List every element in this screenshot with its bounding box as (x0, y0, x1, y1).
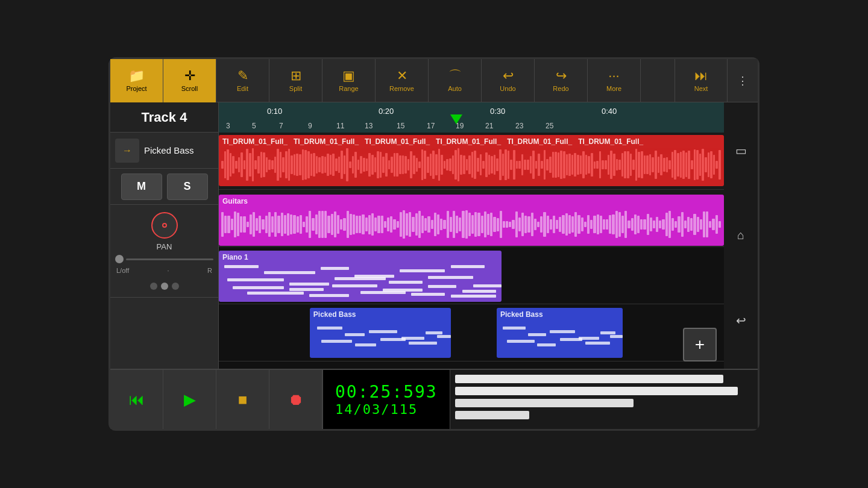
pan-knob[interactable] (151, 212, 178, 239)
more-icon: ··· (608, 69, 619, 83)
toolbar-label-remove: Remove (389, 85, 414, 92)
undo-icon: ↩ (503, 69, 514, 83)
guitar-bars (219, 208, 724, 241)
beat-13: 13 (365, 122, 373, 130)
pan-label: PAN (157, 242, 172, 251)
toolbar-label-undo: Undo (500, 85, 515, 92)
three-dot-menu[interactable]: ⋮ (728, 59, 758, 102)
guitars-waveform (219, 208, 724, 241)
beat-11: 11 (336, 122, 344, 130)
time-display: 00:25:593 14/03/115 (323, 370, 450, 429)
minimap-row-3 (455, 399, 634, 407)
pan-center-dot: · (168, 267, 169, 274)
timeline-beats: 3 5 7 9 11 13 15 17 19 21 23 25 (219, 119, 724, 133)
tracks-content: TI_DRUM_01_Full_ TI_DRUM_01_Full_ TI_DRU… (219, 133, 724, 369)
main-area: Track 4 → Picked Bass M S PAN (110, 102, 758, 369)
time-010: 0:10 (267, 107, 282, 116)
drums-waveform (219, 148, 724, 181)
clip-guitars[interactable]: Guitars (219, 195, 724, 246)
toolbar-label-next: Next (694, 85, 708, 92)
beat-25: 25 (546, 122, 553, 130)
beat-9: 9 (308, 122, 312, 130)
toolbar-btn-range[interactable]: ▣ Range (322, 59, 376, 102)
track-row-drums: TI_DRUM_01_Full_ TI_DRUM_01_Full_ TI_DRU… (219, 133, 724, 190)
minimap[interactable] (450, 370, 758, 429)
toolbar-label-auto: Auto (448, 85, 462, 92)
toolbar-btn-scroll[interactable]: ✛ Scroll (163, 59, 216, 102)
record-button[interactable]: ⏺ (269, 370, 322, 429)
clip-bass-2[interactable]: Picked Bass (497, 308, 623, 358)
track-title: Track 4 (110, 102, 218, 133)
folder-icon: 📁 (128, 69, 145, 83)
transport-bar: ⏮ ▶ ■ ⏺ 00:25:593 14/03/115 (110, 369, 758, 429)
edit-icon: ✎ (237, 69, 248, 83)
playhead (450, 114, 462, 124)
track-row-piano: Piano 1 (219, 247, 724, 304)
toolbar-btn-remove[interactable]: ✕ Remove (376, 59, 429, 102)
eq-dot-3 (172, 283, 179, 290)
monitor-button[interactable]: ▭ (729, 139, 753, 163)
instrument-icon: → (115, 139, 139, 163)
back-icon: ↩ (736, 313, 746, 328)
stop-button[interactable]: ■ (216, 370, 269, 429)
clip-piano[interactable]: Piano 1 (219, 251, 502, 302)
toolbar-btn-more[interactable]: ··· More (588, 59, 641, 102)
transport-buttons: ⏮ ▶ ■ ⏺ (110, 370, 323, 429)
record-icon: ⏺ (288, 390, 304, 409)
three-dot-icon: ⋮ (737, 74, 748, 87)
toolbar-btn-redo[interactable]: ↪ Redo (535, 59, 588, 102)
toolbar-btn-undo[interactable]: ↩ Undo (482, 59, 535, 102)
timeline-times: 0:10 0:20 0:30 0:40 (219, 102, 724, 119)
skip-back-icon: ⏮ (129, 390, 145, 409)
minimap-row-1 (455, 375, 723, 383)
add-track-button[interactable]: + (683, 328, 717, 361)
eq-controls (150, 278, 179, 290)
bass2-midi-notes (497, 320, 623, 353)
toolbar: 📁 Project ✛ Scroll ✎ Edit ⊞ Split ▣ Rang… (110, 59, 758, 102)
plus-icon: + (695, 335, 705, 354)
pan-slider-track[interactable] (126, 258, 213, 260)
minimap-row-2 (455, 387, 738, 395)
output-icon: → (122, 145, 132, 156)
pan-slider-row (115, 255, 213, 263)
clip-guitars-label: Guitars (222, 197, 248, 205)
beat-3: 3 (226, 122, 230, 130)
next-icon: ⏭ (694, 69, 708, 83)
toolbar-btn-edit[interactable]: ✎ Edit (216, 59, 269, 102)
track-instrument-row[interactable]: → Picked Bass (110, 133, 218, 169)
drum-bars (219, 148, 724, 181)
toolbar-btn-next[interactable]: ⏭ Next (675, 59, 728, 102)
pan-slider-handle[interactable] (115, 255, 124, 263)
play-button[interactable]: ▶ (163, 370, 216, 429)
toolbar-btn-project[interactable]: 📁 Project (110, 59, 163, 102)
split-icon: ⊞ (291, 69, 301, 83)
toolbar-btn-split[interactable]: ⊞ Split (269, 59, 322, 102)
beat-7: 7 (279, 122, 283, 130)
play-icon: ▶ (184, 390, 196, 409)
beat-17: 17 (427, 122, 435, 130)
time-020: 0:20 (379, 107, 394, 116)
clip-bass2-label: Picked Bass (500, 310, 543, 319)
eq-dot-1 (150, 283, 157, 290)
range-icon: ▣ (342, 69, 355, 83)
skip-back-button[interactable]: ⏮ (110, 370, 163, 429)
toolbar-label-split: Split (289, 85, 302, 92)
solo-button[interactable]: S (167, 174, 208, 200)
monitor-icon: ▭ (735, 143, 747, 158)
tracks-area: 0:10 0:20 0:30 0:40 3 5 7 9 11 13 15 17 … (219, 102, 724, 369)
instrument-name: Picked Bass (144, 145, 194, 155)
clip-drums[interactable]: TI_DRUM_01_Full_ TI_DRUM_01_Full_ TI_DRU… (219, 135, 724, 186)
home-icon: ⌂ (737, 228, 744, 242)
mute-button[interactable]: M (121, 174, 162, 200)
pan-left-label: L/off (116, 267, 129, 274)
stop-icon: ■ (238, 390, 248, 409)
time-bars: 14/03/115 (335, 402, 438, 417)
clip-bass-1[interactable]: Picked Bass (310, 308, 451, 358)
time-main: 00:25:593 (335, 382, 438, 402)
beat-15: 15 (397, 122, 404, 130)
home-button[interactable]: ⌂ (729, 224, 753, 248)
toolbar-btn-auto[interactable]: ⌒ Auto (429, 59, 482, 102)
minimap-row-4 (455, 411, 530, 419)
back-button[interactable]: ↩ (729, 308, 753, 333)
time-040: 0:40 (602, 107, 617, 116)
